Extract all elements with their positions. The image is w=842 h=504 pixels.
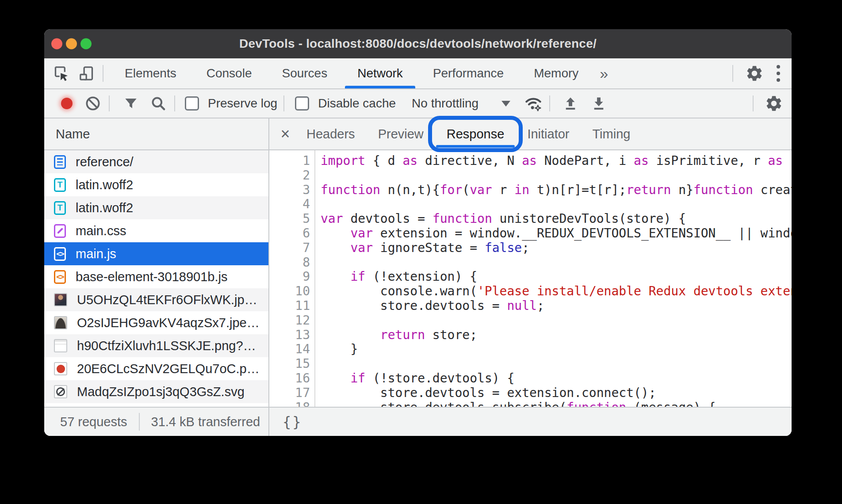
download-arrow-icon (590, 95, 607, 112)
import-har-button[interactable] (561, 94, 580, 113)
network-toolbar: Preserve log Disable cache No throttling (44, 89, 792, 118)
network-settings-button[interactable] (764, 94, 784, 113)
separator (753, 95, 754, 111)
code-token: var (470, 183, 492, 197)
request-row[interactable]: Tlatin.woff2 (44, 173, 268, 196)
request-row[interactable]: main.css (44, 219, 268, 242)
window-title: DevTools - localhost:8080/docs/devtools/… (239, 37, 597, 51)
separator (549, 95, 550, 111)
filter-button[interactable] (121, 94, 141, 113)
request-detail-panel: × HeadersPreviewResponseInitiatorTiming … (269, 118, 792, 436)
device-toolbar-button[interactable] (77, 64, 96, 83)
detail-tab-preview[interactable]: Preview (367, 118, 435, 149)
main-tab-strip: ElementsConsoleSourcesNetworkPerformance… (110, 58, 593, 88)
code-token: extension = window.__REDUX_DEVTOOLS_EXTE… (373, 226, 792, 241)
request-row[interactable]: reference/ (44, 150, 268, 173)
code-token: n(n,t){ (380, 183, 440, 197)
line-number: 11 (269, 299, 310, 313)
request-row[interactable]: MadqZsIZpo1sj3qQ3GsZ.svg (44, 380, 268, 403)
code-line: store.devtools.subscribe(function (messa… (321, 401, 792, 407)
close-window-button[interactable] (51, 38, 62, 50)
request-row[interactable]: Tlatin.woff2 (44, 196, 268, 219)
separator (174, 95, 175, 111)
request-name: reference/ (76, 155, 134, 169)
script-glyph: <> (56, 272, 63, 281)
code-token: devtools = (343, 211, 432, 226)
clear-network-log-button[interactable] (83, 94, 103, 113)
request-row[interactable]: h90CtfziXluvh1LSSKJE.png?… (44, 334, 268, 357)
inspect-element-button[interactable] (51, 64, 71, 83)
detail-tab-label: Initiator (527, 127, 569, 141)
zoom-window-button[interactable] (80, 38, 92, 50)
code-token: if (350, 269, 365, 284)
pencil-glyph (57, 228, 63, 234)
settings-gear-icon (765, 94, 783, 113)
main-tab-elements[interactable]: Elements (110, 58, 191, 88)
code-token: var (321, 211, 343, 226)
disable-cache-checkbox[interactable] (295, 96, 309, 111)
request-row[interactable]: 20E6CLcSzNV2GELQu7oC.p… (44, 357, 268, 380)
main-tab-label: Elements (125, 66, 176, 80)
detail-tab-label: Headers (306, 127, 355, 141)
disable-cache-label[interactable]: Disable cache (318, 96, 396, 111)
main-tab-memory[interactable]: Memory (519, 58, 593, 88)
line-number-gutter: 123456789101112131415161718 (269, 150, 315, 407)
code-token (321, 328, 380, 342)
code-token: 'Please install/enable Redux devtools ex… (477, 284, 792, 298)
preserve-log-label[interactable]: Preserve log (208, 96, 277, 111)
minimize-window-button[interactable] (66, 38, 77, 50)
preserve-log-checkbox[interactable] (185, 96, 199, 111)
request-row[interactable]: <>main.js (44, 242, 268, 265)
line-number: 8 (269, 256, 310, 270)
format-pretty-print-button[interactable]: {} (283, 413, 302, 430)
dot (777, 72, 780, 75)
code-token: ; (522, 241, 529, 255)
code-token (321, 226, 350, 241)
code-token: for (440, 183, 463, 197)
request-name: h90CtfziXluvh1LSSKJE.png?… (77, 339, 256, 353)
detail-tab-response[interactable]: Response (435, 118, 516, 149)
main-tab-performance[interactable]: Performance (418, 58, 519, 88)
code-token (321, 241, 350, 255)
code-token: store.devtools.subscribe( (321, 400, 566, 407)
request-row[interactable]: U5OHzQL4tEKFr6OFlxWK.jp… (44, 288, 268, 311)
main-tab-sources[interactable]: Sources (267, 58, 342, 88)
response-footer-bar: {} (269, 407, 792, 436)
throttling-select[interactable]: No throttling (412, 96, 510, 111)
export-har-button[interactable] (589, 94, 609, 113)
main-tab-label: Performance (433, 66, 504, 80)
code-token: unistoreDevTools(store) { (492, 211, 686, 226)
detail-tab-label: Timing (592, 127, 630, 141)
detail-tab-timing[interactable]: Timing (581, 118, 642, 149)
main-tab-network[interactable]: Network (342, 58, 418, 88)
code-token: return (380, 328, 425, 342)
customize-devtools-button[interactable] (777, 65, 780, 82)
code-token: re (783, 153, 792, 168)
request-name: main.css (76, 224, 126, 238)
dropdown-caret-icon (501, 101, 510, 107)
code-token: function (432, 211, 492, 226)
more-tabs-button[interactable]: » (593, 58, 614, 88)
network-panel-content: Name reference/Tlatin.woff2Tlatin.woff2m… (44, 118, 792, 436)
line-number: 14 (269, 342, 310, 357)
throttling-value: No throttling (412, 96, 478, 111)
detail-tab-headers[interactable]: Headers (295, 118, 367, 149)
record-network-log-button[interactable] (61, 98, 73, 109)
code-token: create (753, 183, 792, 197)
devtools-settings-button[interactable] (745, 64, 764, 83)
detail-tab-initiator[interactable]: Initiator (516, 118, 581, 149)
close-detail-button[interactable]: × (276, 118, 295, 149)
line-number: 6 (269, 226, 310, 241)
request-row[interactable]: O2sIJEHG9avKV4aqzSx7.jpe… (44, 311, 268, 334)
name-column-header[interactable]: Name (44, 118, 268, 150)
line-number: 13 (269, 328, 310, 343)
network-conditions-button[interactable] (524, 94, 543, 113)
code-line (321, 357, 792, 371)
request-row[interactable]: <>base-element-3018901b.js (44, 265, 268, 288)
code-token: store.devtools = extension.connect(); (321, 386, 656, 400)
search-button[interactable] (149, 94, 168, 113)
code-token: r (492, 183, 515, 197)
main-tab-console[interactable]: Console (191, 58, 267, 88)
line-number: 12 (269, 313, 310, 328)
code-token: import (321, 153, 365, 168)
